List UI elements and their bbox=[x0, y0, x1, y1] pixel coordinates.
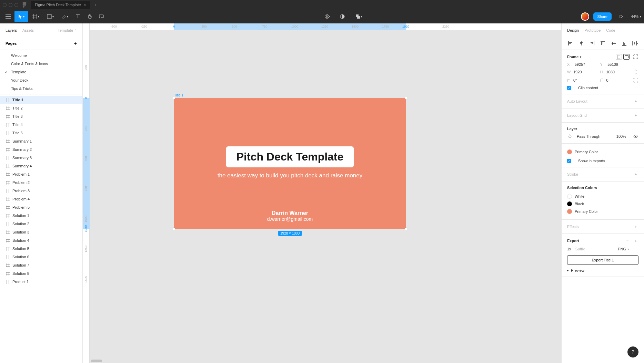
main-menu-button[interactable] bbox=[3, 11, 14, 22]
add-page-icon[interactable]: + bbox=[74, 41, 77, 46]
user-avatar[interactable] bbox=[581, 12, 589, 21]
x-input[interactable]: -59257 bbox=[573, 62, 585, 66]
layer-item[interactable]: Solution 4 bbox=[0, 236, 82, 245]
add-auto-layout-icon[interactable]: + bbox=[633, 98, 638, 104]
minimize-window-icon[interactable] bbox=[9, 3, 12, 7]
share-button[interactable]: Share bbox=[593, 12, 612, 21]
layer-item[interactable]: Problem 3 bbox=[0, 187, 82, 195]
shape-tool[interactable]: ▾ bbox=[43, 11, 57, 22]
figma-logo-icon[interactable] bbox=[22, 2, 27, 8]
resize-handle-tl[interactable] bbox=[173, 97, 175, 99]
layer-item[interactable]: Title 3 bbox=[0, 112, 82, 121]
horizontal-scrollbar[interactable] bbox=[91, 360, 102, 362]
component-button[interactable] bbox=[322, 11, 333, 22]
page-item[interactable]: Template bbox=[0, 68, 82, 76]
page-item[interactable]: Tips & Tricks bbox=[0, 84, 82, 93]
fill-color-swatch[interactable] bbox=[567, 149, 572, 154]
distribute-icon[interactable]: ▾ bbox=[632, 41, 638, 46]
remove-fill-icon[interactable]: − bbox=[633, 149, 638, 155]
y-input[interactable]: -55109 bbox=[606, 62, 618, 66]
layer-item[interactable]: Problem 4 bbox=[0, 195, 82, 203]
export-button[interactable]: Export Title 1 bbox=[567, 255, 638, 265]
color-swatch[interactable] bbox=[567, 201, 572, 206]
layers-tab[interactable]: Layers bbox=[6, 28, 17, 32]
layer-item[interactable]: Solution 3 bbox=[0, 228, 82, 236]
boolean-button[interactable]: ▾ bbox=[352, 11, 366, 22]
present-button[interactable] bbox=[616, 11, 627, 22]
independent-corners-icon[interactable] bbox=[633, 77, 638, 83]
opacity-input[interactable]: 100% bbox=[616, 134, 626, 138]
add-export-icon[interactable]: + bbox=[633, 238, 638, 243]
export-scale-select[interactable]: 1x bbox=[567, 247, 571, 251]
layer-item[interactable]: Product 1 bbox=[0, 278, 82, 286]
layer-item[interactable]: Solution 6 bbox=[0, 253, 82, 261]
height-input[interactable]: 1080 bbox=[606, 70, 615, 74]
resize-handle-tr[interactable] bbox=[405, 97, 407, 99]
align-top-icon[interactable] bbox=[599, 41, 606, 46]
page-item[interactable]: Color & Fonts & Icons bbox=[0, 60, 82, 68]
visibility-icon[interactable] bbox=[633, 134, 638, 139]
layer-item[interactable]: Problem 2 bbox=[0, 178, 82, 187]
layer-item[interactable]: Summary 2 bbox=[0, 145, 82, 154]
canvas-area[interactable]: -500-25002505007501000125015001750192022… bbox=[83, 23, 561, 363]
layer-item[interactable]: Title 2 bbox=[0, 104, 82, 112]
selection-color-row[interactable]: Primary Color bbox=[567, 208, 638, 215]
pen-tool[interactable]: ▾ bbox=[58, 11, 72, 22]
layer-item[interactable]: Solution 2 bbox=[0, 220, 82, 228]
close-tab-icon[interactable]: × bbox=[84, 3, 86, 7]
move-tool[interactable]: ▾ bbox=[14, 11, 28, 22]
resize-handle-bl[interactable] bbox=[173, 228, 175, 230]
add-effect-icon[interactable]: + bbox=[633, 224, 638, 229]
rotation-input[interactable]: 0° bbox=[573, 78, 577, 82]
align-bottom-icon[interactable] bbox=[621, 41, 628, 46]
constrain-proportions-icon[interactable] bbox=[633, 69, 638, 75]
layer-item[interactable]: Solution 8 bbox=[0, 269, 82, 278]
remove-export-icon[interactable]: − bbox=[625, 238, 630, 243]
help-button[interactable]: ? bbox=[627, 346, 638, 357]
comment-tool[interactable] bbox=[96, 11, 107, 22]
layer-item[interactable]: Problem 5 bbox=[0, 203, 82, 211]
design-tab[interactable]: Design bbox=[567, 28, 579, 32]
layer-item[interactable]: Summary 3 bbox=[0, 154, 82, 162]
page-item[interactable]: Your Deck bbox=[0, 76, 82, 84]
export-options-icon[interactable]: ⋯ bbox=[633, 246, 638, 252]
selection-color-row[interactable]: White bbox=[567, 193, 638, 200]
layer-item[interactable]: Solution 7 bbox=[0, 261, 82, 269]
prototype-tab[interactable]: Prototype bbox=[584, 28, 601, 32]
add-stroke-icon[interactable]: + bbox=[633, 172, 638, 177]
layer-item[interactable]: Summary 1 bbox=[0, 137, 82, 145]
color-swatch[interactable] bbox=[567, 194, 572, 199]
layer-item[interactable]: Solution 1 bbox=[0, 211, 82, 220]
layer-item[interactable]: Problem 1 bbox=[0, 170, 82, 178]
add-tab-icon[interactable]: + bbox=[94, 3, 96, 7]
page-selector[interactable]: Template⌃ bbox=[58, 28, 77, 32]
maximize-window-icon[interactable] bbox=[14, 3, 18, 7]
preview-label[interactable]: Preview bbox=[571, 268, 584, 272]
layer-item[interactable]: Title 5 bbox=[0, 129, 82, 137]
blend-mode-select[interactable]: Pass Through bbox=[577, 134, 612, 138]
code-tab[interactable]: Code bbox=[606, 28, 615, 32]
hand-tool[interactable] bbox=[84, 11, 95, 22]
resize-to-fit-icon[interactable] bbox=[633, 54, 638, 60]
add-layout-grid-icon[interactable]: + bbox=[633, 113, 638, 118]
resize-handle-br[interactable] bbox=[405, 228, 407, 230]
zoom-menu[interactable]: 44%▾ bbox=[631, 14, 641, 19]
layer-item[interactable]: Summary 4 bbox=[0, 162, 82, 170]
export-format-select[interactable]: PNG▾ bbox=[618, 247, 629, 251]
frame-preset-label[interactable]: Frame▾ bbox=[567, 55, 581, 59]
color-swatch[interactable] bbox=[567, 209, 572, 214]
layer-item[interactable]: Solution 5 bbox=[0, 245, 82, 253]
page-item[interactable]: Welcome bbox=[0, 51, 82, 60]
clip-content-checkbox[interactable]: ✓ bbox=[567, 86, 571, 90]
width-input[interactable]: 1920 bbox=[573, 70, 582, 74]
assets-tab[interactable]: Assets bbox=[22, 28, 34, 32]
preview-toggle-icon[interactable]: ▸ bbox=[567, 269, 569, 272]
align-left-icon[interactable] bbox=[567, 41, 574, 46]
selection-color-row[interactable]: Black bbox=[567, 200, 638, 208]
text-tool[interactable] bbox=[72, 11, 83, 22]
export-suffix-input[interactable]: Suffix bbox=[575, 247, 614, 251]
close-window-icon[interactable] bbox=[3, 3, 7, 7]
show-in-exports-checkbox[interactable]: ✓ bbox=[567, 159, 571, 163]
frame-tool[interactable]: ▾ bbox=[29, 11, 43, 22]
orientation-landscape-icon[interactable] bbox=[623, 54, 630, 60]
